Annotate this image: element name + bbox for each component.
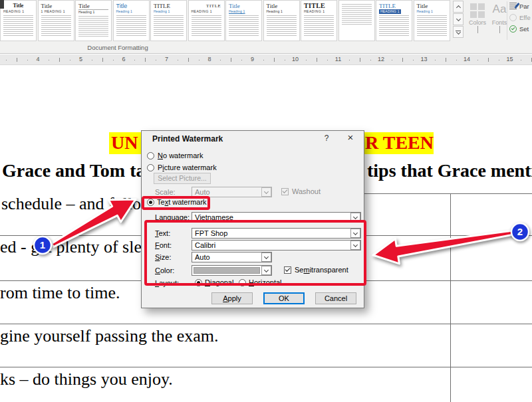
table-row-text[interactable]: ed - get plenty of sle xyxy=(0,237,142,257)
ruler-tick xyxy=(446,58,446,62)
ruler-tick xyxy=(306,60,307,60)
style-card-title: Title xyxy=(417,3,447,9)
chevron-down-icon[interactable] xyxy=(261,187,271,197)
ruler-tick xyxy=(263,60,264,60)
ruler-number: 14 xyxy=(462,56,472,62)
ribbon-separator xyxy=(507,1,507,40)
ruler-tick xyxy=(360,58,360,62)
style-card-title: TITLE xyxy=(154,3,184,9)
select-picture-button[interactable]: Select Picture... xyxy=(154,173,211,184)
ruler-tick xyxy=(241,60,242,60)
style-set-card[interactable]: TitleHeading 1 xyxy=(263,0,300,41)
ruler-tick xyxy=(27,60,28,60)
ruler-tick xyxy=(59,58,60,62)
ruler-number: 10 xyxy=(290,56,301,62)
ruler-tick xyxy=(134,60,135,60)
ruler-number: 6 xyxy=(118,56,129,62)
table-border xyxy=(0,367,532,367)
ruler-tick xyxy=(349,60,350,60)
paragraph-spacing-button[interactable]: Par xyxy=(509,1,532,11)
style-card-lines xyxy=(3,15,33,37)
ruler-tick xyxy=(274,58,275,62)
ruler-tick xyxy=(17,58,17,62)
style-set-card[interactable]: TITLEHEADING 1 xyxy=(188,0,225,41)
annotation-badge-2 xyxy=(511,223,529,241)
highlighted-title-right[interactable]: R TEEN xyxy=(363,132,434,154)
chevron-down-icon xyxy=(456,16,460,21)
style-card-heading: Heading 1 xyxy=(154,9,184,14)
style-card-title: TITLE xyxy=(304,3,334,9)
picture-watermark-radio[interactable] xyxy=(147,164,154,171)
ruler-tick xyxy=(6,60,7,60)
style-card-heading: Heading 1 xyxy=(229,9,259,14)
style-set-card[interactable]: TitleHeading 1 xyxy=(113,0,150,41)
annotation-box-settings xyxy=(144,220,366,286)
table-row-text[interactable]: rom time to time. xyxy=(0,283,120,303)
ruler-number: 7 xyxy=(162,56,172,62)
style-card-title: Title xyxy=(267,3,297,9)
style-set-card[interactable]: TITLEHEADING 1 xyxy=(301,0,337,41)
highlighted-title-left[interactable]: UN xyxy=(109,132,142,154)
style-set-card[interactable]: TITLEHeading 1 xyxy=(150,0,187,41)
gallery-scroll-up-button[interactable] xyxy=(453,1,464,13)
table-row-text[interactable]: schedule – and follo xyxy=(1,194,141,214)
style-card-lines xyxy=(267,15,297,37)
no-watermark-radio[interactable] xyxy=(147,152,154,159)
style-card-lines xyxy=(417,15,447,37)
washout-checkbox[interactable] xyxy=(281,188,289,195)
style-set-card[interactable]: TitleHeading 1 xyxy=(414,0,450,41)
washout-label: Washout xyxy=(292,187,321,196)
ruler-tick xyxy=(188,58,189,62)
close-icon[interactable]: × xyxy=(343,132,358,143)
paragraph-spacing-icon xyxy=(509,3,517,9)
effects-icon xyxy=(509,14,517,21)
gallery-more-button[interactable] xyxy=(453,26,464,38)
style-set-card[interactable]: TitleHEADING 1 xyxy=(0,0,37,41)
ruler-tick xyxy=(370,60,371,60)
ruler-number: 15 xyxy=(505,56,515,62)
style-card-title: Title xyxy=(3,3,33,9)
style-card-lines xyxy=(229,15,259,37)
style-card-title: Title xyxy=(78,3,108,10)
ruler-number: 9 xyxy=(247,56,258,62)
dialog-title: Printed Watermark xyxy=(152,134,223,144)
style-set-card[interactable]: TitleHeading 1 xyxy=(75,0,112,41)
style-set-card[interactable]: TITLEHEADING 1 xyxy=(376,0,412,41)
intro-text-right[interactable]: tips that Grace mentio xyxy=(367,160,532,181)
chevron-up-icon xyxy=(456,5,460,9)
cancel-button[interactable]: Cancel xyxy=(315,292,356,304)
ruler-tick xyxy=(70,60,70,60)
style-set-card[interactable]: Title1 HEADING 1 xyxy=(38,0,74,41)
style-card-heading: HEADING 1 xyxy=(379,9,401,14)
ruler-tick xyxy=(392,60,392,60)
table-row-text[interactable]: gine yourself passing the exam. xyxy=(0,326,219,346)
document-title-fragment: UN xyxy=(109,132,142,153)
style-set-card[interactable] xyxy=(338,0,375,41)
ruler-tick xyxy=(231,58,231,62)
help-icon[interactable]: ? xyxy=(321,134,332,143)
ruler-tick xyxy=(285,60,285,60)
ruler-number: 4 xyxy=(33,56,43,62)
style-card-heading: HEADING 1 xyxy=(3,9,33,14)
gallery-scroll-down-button[interactable] xyxy=(453,13,464,25)
intro-text-left[interactable]: Grace and Tom ta xyxy=(2,160,145,181)
set-default-button[interactable]: Set xyxy=(509,24,532,33)
ruler-tick xyxy=(488,58,489,62)
fonts-button[interactable]: Aa Fonts xyxy=(486,1,513,41)
style-card-heading: Heading 1 xyxy=(417,9,447,14)
table-border xyxy=(0,324,532,324)
ruler-tick xyxy=(317,58,317,62)
ruler-number: 5 xyxy=(76,56,86,62)
style-card-lines xyxy=(192,15,221,37)
style-card-heading: 1 HEADING 1 xyxy=(41,9,71,14)
colors-grid-icon xyxy=(470,3,485,18)
apply-button[interactable]: Apply xyxy=(211,292,253,304)
ok-button[interactable]: OK xyxy=(263,292,305,304)
ruler[interactable]: 456789101112131415 xyxy=(0,54,532,65)
ruler-tick xyxy=(402,58,403,62)
document-title-fragment: R TEEN xyxy=(363,132,434,153)
table-row-text[interactable]: ks – do things you enjoy. xyxy=(0,369,173,389)
effects-button[interactable]: Effe xyxy=(509,13,532,22)
style-set-card[interactable]: TitleHeading 1 xyxy=(225,0,262,41)
ruler-tick xyxy=(413,60,414,60)
